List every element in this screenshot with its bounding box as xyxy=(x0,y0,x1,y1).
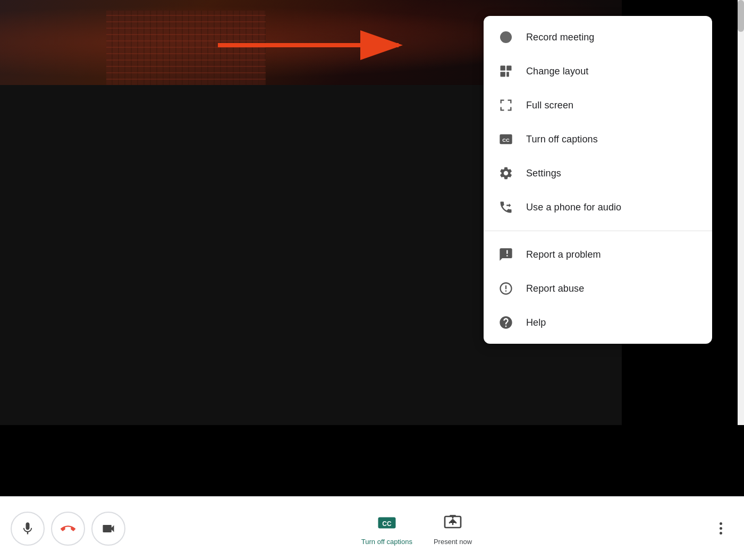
menu-label-settings: Settings xyxy=(526,168,561,179)
menu-label-report-abuse: Report abuse xyxy=(526,283,584,294)
cc-menu-icon: CC xyxy=(496,130,515,149)
present-icon xyxy=(441,511,464,534)
mic-icon xyxy=(20,521,35,536)
toolbar-center: CC Turn off captions Present now xyxy=(125,511,708,546)
dot-2 xyxy=(720,527,722,530)
svg-text:CC: CC xyxy=(382,520,392,528)
present-label: Present now xyxy=(434,538,472,546)
menu-item-settings[interactable]: Settings xyxy=(484,156,712,190)
gear-icon xyxy=(496,164,515,183)
menu-item-change-layout[interactable]: Change layout xyxy=(484,54,712,88)
cc-toolbar-icon: CC xyxy=(375,511,399,534)
record-icon xyxy=(496,28,515,47)
report-problem-icon xyxy=(496,245,515,264)
menu-label-help: Help xyxy=(526,317,546,328)
svg-rect-4 xyxy=(501,72,505,77)
help-icon xyxy=(496,313,515,332)
svg-rect-3 xyxy=(506,66,511,71)
layout-icon xyxy=(496,62,515,81)
menu-label-record-meeting: Record meeting xyxy=(526,32,594,43)
mic-button[interactable] xyxy=(11,512,45,546)
more-options-button[interactable] xyxy=(708,516,733,541)
menu-item-report-abuse[interactable]: Report abuse xyxy=(484,271,712,306)
dropdown-menu: Record meeting Change layout Full scr xyxy=(484,16,712,344)
svg-rect-5 xyxy=(506,72,509,77)
present-action[interactable]: Present now xyxy=(434,511,472,546)
scrollbar-thumb[interactable] xyxy=(738,0,744,32)
scrollbar[interactable] xyxy=(738,0,744,425)
menu-item-full-screen[interactable]: Full screen xyxy=(484,88,712,122)
captions-label: Turn off captions xyxy=(361,538,412,546)
menu-label-change-layout: Change layout xyxy=(526,66,588,77)
end-call-button[interactable] xyxy=(51,512,85,546)
menu-item-record-meeting[interactable]: Record meeting xyxy=(484,20,712,54)
menu-item-phone-audio[interactable]: Use a phone for audio xyxy=(484,190,712,224)
menu-item-report-problem[interactable]: Report a problem xyxy=(484,237,712,271)
end-call-icon xyxy=(61,521,75,536)
menu-label-full-screen: Full screen xyxy=(526,100,573,111)
captions-action[interactable]: CC Turn off captions xyxy=(361,511,412,546)
toolbar-right xyxy=(708,516,733,541)
svg-text:CC: CC xyxy=(502,138,510,143)
report-abuse-icon xyxy=(496,279,515,298)
menu-divider xyxy=(484,231,712,231)
menu-section-1: Record meeting Change layout Full scr xyxy=(484,16,712,228)
fullscreen-icon xyxy=(496,96,515,115)
dot-1 xyxy=(720,522,722,525)
menu-label-phone-audio: Use a phone for audio xyxy=(526,202,621,213)
menu-item-help[interactable]: Help xyxy=(484,306,712,340)
svg-rect-2 xyxy=(501,66,505,71)
dot-3 xyxy=(720,532,722,534)
camera-button[interactable] xyxy=(91,512,125,546)
bottom-toolbar: CC Turn off captions Present now xyxy=(0,496,744,560)
menu-item-turn-off-captions[interactable]: CC Turn off captions xyxy=(484,122,712,156)
camera-icon xyxy=(101,521,116,536)
phone-audio-icon xyxy=(496,198,515,217)
menu-label-report-problem: Report a problem xyxy=(526,249,601,260)
menu-section-2: Report a problem Report abuse Help xyxy=(484,233,712,344)
menu-label-turn-off-captions: Turn off captions xyxy=(526,134,598,145)
toolbar-left xyxy=(11,512,125,546)
